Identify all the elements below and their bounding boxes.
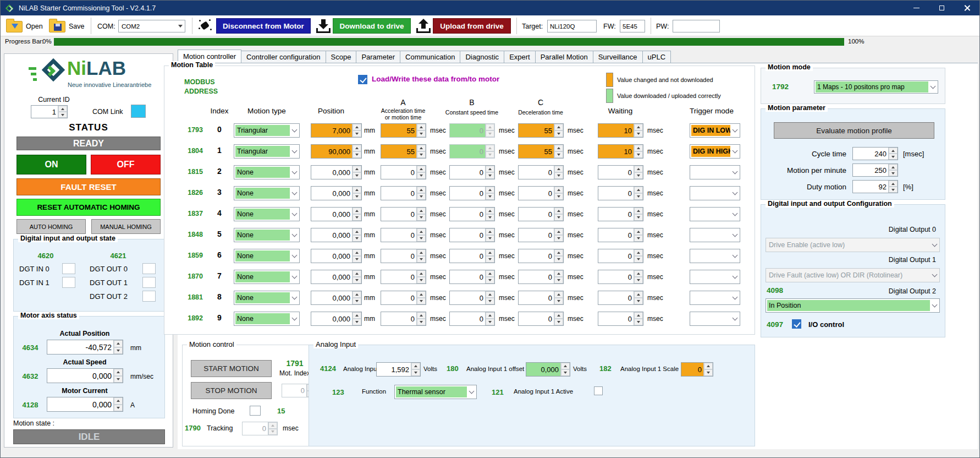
motion-type-select[interactable]: None bbox=[234, 207, 300, 221]
position-spinner[interactable]: 0,000 bbox=[311, 207, 362, 221]
spin-buttons[interactable] bbox=[554, 312, 563, 325]
spin-buttons[interactable] bbox=[634, 208, 643, 221]
spin-buttons[interactable] bbox=[352, 145, 361, 158]
disconnect-button[interactable]: Disconnect from Motor bbox=[216, 18, 311, 34]
pw-input[interactable] bbox=[673, 20, 720, 32]
spin-buttons[interactable] bbox=[485, 208, 494, 221]
spin-buttons[interactable] bbox=[554, 270, 563, 283]
spin-buttons[interactable] bbox=[416, 270, 426, 283]
spin-buttons[interactable] bbox=[416, 228, 426, 242]
spin-buttons[interactable] bbox=[634, 270, 643, 283]
motion-type-select[interactable]: None bbox=[234, 165, 300, 179]
constant-speed-spinner[interactable]: 0 bbox=[449, 228, 495, 242]
spin-buttons[interactable] bbox=[411, 363, 420, 376]
auto-homing-button[interactable]: AUTO HOMING bbox=[16, 219, 86, 234]
spin-buttons[interactable] bbox=[416, 249, 426, 263]
constant-speed-spinner[interactable]: 0 bbox=[449, 291, 495, 305]
minimize-button[interactable] bbox=[904, 1, 929, 15]
spin-buttons[interactable] bbox=[416, 145, 426, 158]
position-spinner[interactable]: 0,000 bbox=[311, 270, 362, 284]
position-spinner[interactable]: 0,000 bbox=[311, 249, 362, 263]
fw-input[interactable]: 5E45 bbox=[620, 20, 645, 32]
function-select[interactable]: Thermal sensor bbox=[394, 385, 477, 399]
load-write-checkbox[interactable] bbox=[358, 75, 367, 84]
tab-parameter[interactable]: Parameter bbox=[356, 51, 400, 63]
com-port-select[interactable]: COM2 bbox=[118, 20, 185, 32]
spin-buttons[interactable] bbox=[485, 270, 494, 283]
tab-surveillance[interactable]: Surveillance bbox=[593, 51, 643, 63]
motion-type-select[interactable]: None bbox=[234, 249, 300, 263]
trigger-mode-select[interactable] bbox=[690, 228, 740, 242]
spin-buttons[interactable] bbox=[352, 270, 361, 283]
trigger-mode-select[interactable]: DIG IN HIGH bbox=[690, 144, 740, 159]
deceleration-spinner[interactable]: 0 bbox=[518, 165, 564, 179]
deceleration-spinner[interactable]: 0 bbox=[518, 186, 564, 200]
homing-done-checkbox[interactable] bbox=[250, 406, 261, 416]
position-spinner[interactable]: 0,000 bbox=[311, 165, 362, 179]
current-id-spinner[interactable]: 1 bbox=[31, 105, 68, 118]
deceleration-spinner[interactable]: 0 bbox=[518, 312, 564, 326]
spin-buttons[interactable] bbox=[352, 312, 361, 325]
motion-type-select[interactable]: Triangular bbox=[234, 123, 300, 138]
spin-buttons[interactable] bbox=[485, 166, 494, 179]
deceleration-spinner[interactable]: 0 bbox=[518, 249, 564, 263]
analog-scale-field[interactable]: 0 bbox=[681, 362, 713, 377]
deceleration-spinner[interactable]: 0 bbox=[518, 270, 564, 284]
tab-controller-configuration[interactable]: Controller configuration bbox=[241, 51, 326, 63]
spin-buttons[interactable] bbox=[352, 187, 361, 200]
spin-buttons[interactable] bbox=[416, 312, 426, 325]
spin-buttons[interactable] bbox=[554, 291, 563, 304]
position-spinner[interactable]: 0,000 bbox=[311, 228, 362, 242]
stop-motion-button[interactable]: STOP MOTION bbox=[191, 382, 272, 399]
spin-buttons[interactable] bbox=[485, 249, 494, 263]
waiting-spinner[interactable]: 0 bbox=[598, 228, 643, 242]
spin-buttons[interactable] bbox=[554, 145, 563, 158]
spin-buttons[interactable] bbox=[634, 124, 643, 137]
position-spinner[interactable]: 0,000 bbox=[311, 291, 362, 305]
acceleration-spinner[interactable]: 0 bbox=[381, 249, 426, 263]
waiting-spinner[interactable]: 0 bbox=[598, 291, 643, 305]
constant-speed-spinner[interactable]: 0 bbox=[449, 270, 495, 284]
spin-buttons[interactable] bbox=[352, 208, 361, 221]
deceleration-spinner[interactable]: 55 bbox=[518, 123, 564, 138]
acceleration-spinner[interactable]: 55 bbox=[381, 144, 426, 159]
waiting-spinner[interactable]: 10 bbox=[598, 144, 643, 159]
spin-buttons[interactable] bbox=[634, 187, 643, 200]
spin-buttons[interactable] bbox=[554, 124, 563, 137]
spin-buttons[interactable] bbox=[554, 208, 563, 221]
spin-buttons[interactable] bbox=[554, 228, 563, 242]
motion-type-select[interactable]: None bbox=[234, 270, 300, 284]
constant-speed-spinner[interactable]: 0 bbox=[449, 207, 495, 221]
spin-buttons[interactable] bbox=[634, 249, 643, 263]
waiting-spinner[interactable]: 0 bbox=[598, 186, 643, 200]
position-spinner[interactable]: 90,000 bbox=[311, 144, 362, 159]
spin-buttons[interactable] bbox=[352, 228, 361, 242]
upload-button[interactable]: Upload from drive bbox=[433, 18, 511, 34]
analog-input1-field[interactable]: 1,592 bbox=[376, 362, 421, 377]
spin-buttons[interactable] bbox=[416, 124, 426, 137]
reset-automatic-homing-button[interactable]: RESET AUTOMATIC HOMING bbox=[16, 199, 161, 216]
spin-buttons[interactable] bbox=[634, 228, 643, 242]
acceleration-spinner[interactable]: 0 bbox=[381, 207, 426, 221]
tab-parallel-motion[interactable]: Parallel Motion bbox=[536, 51, 593, 63]
tab-uplc[interactable]: uPLC bbox=[643, 51, 671, 63]
deceleration-spinner[interactable]: 0 bbox=[518, 228, 564, 242]
spin-buttons[interactable] bbox=[416, 166, 426, 179]
deceleration-spinner[interactable]: 0 bbox=[518, 291, 564, 305]
motion-type-select[interactable]: None bbox=[234, 291, 300, 305]
constant-speed-spinner[interactable]: 0 bbox=[449, 165, 495, 179]
on-button[interactable]: ON bbox=[16, 155, 86, 175]
trigger-mode-select[interactable] bbox=[690, 270, 740, 284]
fault-reset-button[interactable]: FAULT RESET bbox=[16, 178, 161, 195]
spin-buttons[interactable] bbox=[416, 208, 426, 221]
spin-buttons[interactable] bbox=[485, 312, 494, 325]
position-spinner[interactable]: 7,000 bbox=[311, 123, 362, 138]
spin-buttons[interactable] bbox=[352, 249, 361, 263]
analog-active-checkbox[interactable] bbox=[594, 386, 603, 395]
acceleration-spinner[interactable]: 0 bbox=[381, 312, 426, 326]
io-control-checkbox[interactable] bbox=[792, 319, 801, 329]
motion-type-select[interactable]: None bbox=[234, 228, 300, 242]
analog-offset-field[interactable]: 0,000 bbox=[526, 362, 570, 377]
duty-motion-field[interactable]: 92 bbox=[852, 180, 898, 193]
maximize-button[interactable] bbox=[929, 1, 954, 15]
